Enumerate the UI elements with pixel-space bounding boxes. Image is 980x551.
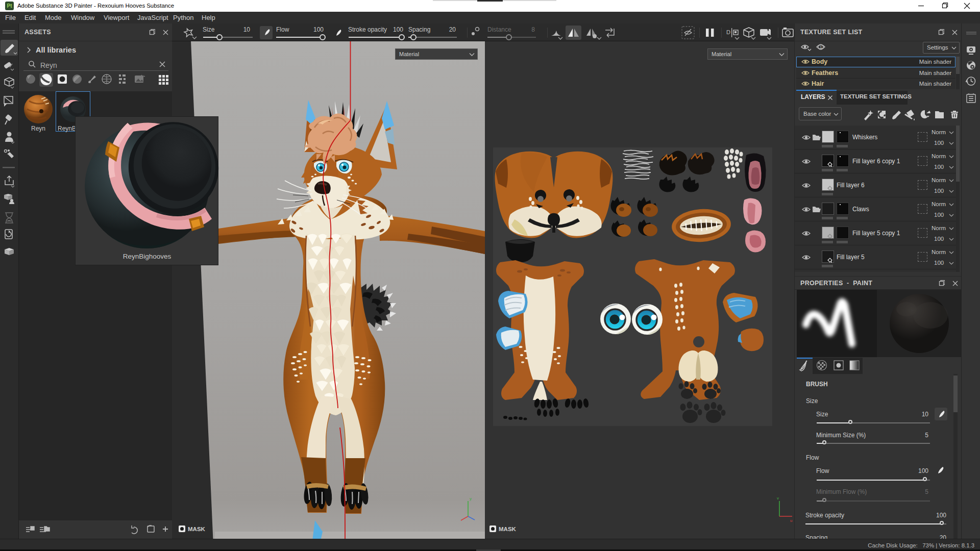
svg-text:Flow: Flow bbox=[276, 26, 289, 33]
svg-text:u: u bbox=[790, 518, 792, 523]
svg-text:Stroke opacity: Stroke opacity bbox=[348, 26, 387, 33]
svg-text:100: 100 bbox=[393, 26, 403, 33]
svg-text:Distance: Distance bbox=[487, 26, 511, 33]
svg-text:ReynBighooves: ReynBighooves bbox=[123, 253, 172, 260]
svg-text:100: 100 bbox=[313, 26, 324, 33]
svg-text:8: 8 bbox=[531, 26, 535, 33]
svg-text:1: 1 bbox=[820, 45, 822, 49]
svg-text:Spacing: Spacing bbox=[408, 26, 430, 33]
svg-text:v: v bbox=[777, 496, 779, 500]
svg-text:10: 10 bbox=[243, 26, 251, 33]
svg-text:Size: Size bbox=[203, 26, 215, 33]
svg-text:y: y bbox=[470, 496, 472, 501]
svg-text:D: D bbox=[726, 29, 730, 35]
svg-text:20: 20 bbox=[449, 26, 456, 33]
